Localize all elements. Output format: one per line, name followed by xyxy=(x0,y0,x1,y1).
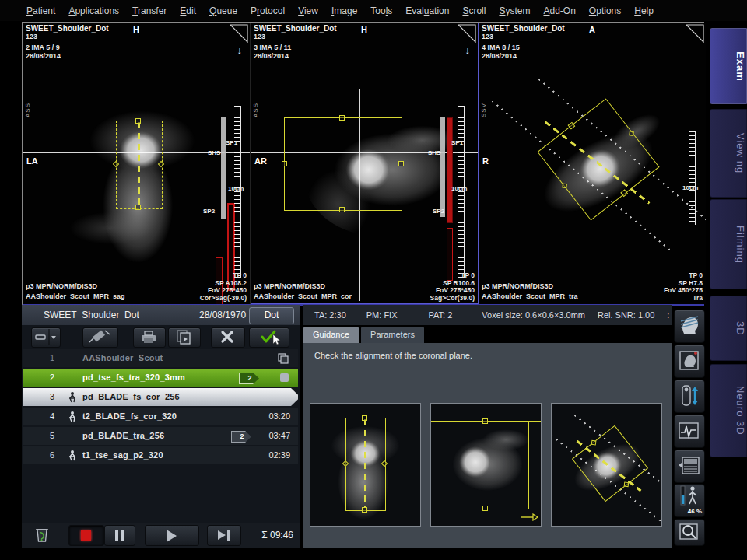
roi-handle-bottom[interactable] xyxy=(339,207,345,212)
roi-handle-right[interactable] xyxy=(398,161,404,166)
copy-reference-button[interactable] xyxy=(168,327,201,348)
roi-handle-top[interactable] xyxy=(568,122,576,130)
roi-handle-bottom[interactable] xyxy=(135,205,141,210)
queue-row-5[interactable]: 5 pd_BLADE_tra_256 2 03:47 xyxy=(23,427,298,445)
cancel-button[interactable] xyxy=(211,327,245,348)
image-zoom-button[interactable] xyxy=(674,519,705,546)
scroll-down-icon[interactable]: ↓ xyxy=(465,44,471,56)
orientation-top: H xyxy=(133,25,139,34)
tab-exam[interactable]: Exam xyxy=(710,28,747,104)
roi-handle-left[interactable] xyxy=(282,161,287,166)
tab-neuro3d[interactable]: Neuro 3D xyxy=(710,364,747,457)
menu-patient[interactable]: Patient xyxy=(26,5,55,16)
row-number: 6 xyxy=(47,450,58,460)
queue-row-1[interactable]: 1 AAShoulder_Scout xyxy=(23,349,298,367)
scroll-down-icon[interactable]: ↓ xyxy=(237,44,243,56)
menu-system[interactable]: System xyxy=(499,5,530,16)
viewport-transversal[interactable]: 10cm SWEET_Shoulder_Dot123 4 IMA 8 / 15 … xyxy=(479,23,706,304)
menu-help[interactable]: Help xyxy=(634,5,654,16)
thumb-handle-bottom xyxy=(482,506,488,511)
protocol-list-icon xyxy=(675,450,703,481)
play-button[interactable] xyxy=(145,525,199,546)
menu-options[interactable]: Options xyxy=(589,5,621,16)
menu-view[interactable]: View xyxy=(298,5,318,16)
coil-label: ASS xyxy=(24,103,31,117)
tab-guidance[interactable]: Guidance xyxy=(303,327,359,343)
roi-handle-top[interactable] xyxy=(339,115,345,121)
menu-protocol[interactable]: Protocol xyxy=(251,5,285,16)
thumb-roi xyxy=(444,421,529,509)
table-position-button[interactable] xyxy=(674,380,705,413)
tab-parameters[interactable]: Parameters xyxy=(361,327,424,343)
localizer-image-button[interactable] xyxy=(674,345,705,378)
menu-add-on[interactable]: Add-On xyxy=(543,5,575,16)
skip-icon-bar xyxy=(227,530,230,541)
tab-filming[interactable]: Filming xyxy=(710,199,747,289)
guidance-thumb-coronal[interactable] xyxy=(310,403,421,527)
export-button[interactable] xyxy=(133,327,166,348)
queue-row-4[interactable]: 4 t2_BLADE_fs_cor_320 03:20 xyxy=(23,408,298,425)
exam-queue-panel: 1 AAShoulder_Scout 2 pd_tse_fs_tra_320_3… xyxy=(22,325,300,548)
menu-image[interactable]: Image xyxy=(331,5,357,16)
slice-line[interactable] xyxy=(138,122,140,206)
sequence-name: t2_BLADE_fs_cor_320 xyxy=(82,411,177,421)
protocol-display-button[interactable] xyxy=(674,450,705,483)
menu-evaluation[interactable]: Evaluation xyxy=(405,5,449,16)
corner-triangle-icon[interactable] xyxy=(686,24,704,43)
viewport-sagittal[interactable]: SP1 SHS 10cm SP2 SWEET_Shoulder_Dot123 2… xyxy=(23,23,251,304)
ruler-length-label: 10cm xyxy=(682,184,698,191)
check-icon xyxy=(262,331,275,341)
roi-handle-left[interactable] xyxy=(562,184,567,189)
image-text-topleft: SWEET_Shoulder_Dot123 2 IMA 5 / 9 28/08/… xyxy=(26,24,109,61)
stop-button[interactable] xyxy=(68,525,104,546)
view-options-split-button[interactable] xyxy=(31,327,61,348)
patient-measure-icon xyxy=(67,391,78,403)
coil-label: ASS xyxy=(252,103,259,117)
pause-square-icon[interactable] xyxy=(280,373,289,382)
patient-measure-icon xyxy=(67,450,78,461)
menu-tools[interactable]: Tools xyxy=(370,5,392,16)
pause-button[interactable] xyxy=(104,525,135,546)
tab-viewing[interactable]: Viewing xyxy=(710,109,747,198)
guidance-thumb-transversal[interactable] xyxy=(551,403,662,527)
physio-display-button[interactable] xyxy=(674,415,705,448)
sar-value: 46 % xyxy=(688,508,702,515)
slice-position-button[interactable] xyxy=(674,310,705,343)
sar-monitor-button[interactable]: 46 % xyxy=(674,484,705,517)
close-icon xyxy=(212,328,243,345)
viewport-coronal[interactable]: SP1 SHS 10cm SP2 SWEET_Shoulder_Dot123 3… xyxy=(251,23,479,304)
corner-triangle-icon[interactable] xyxy=(230,24,248,43)
menu-scroll[interactable]: Scroll xyxy=(462,5,486,16)
menu-applications[interactable]: Applications xyxy=(68,5,119,16)
status-ta: TA: 2:30 xyxy=(314,310,346,320)
apply-button[interactable] xyxy=(249,327,289,348)
skip-button[interactable] xyxy=(207,525,241,546)
menu-transfer[interactable]: Transfer xyxy=(132,5,167,16)
row-number: 1 xyxy=(47,353,58,362)
image-text-bottomleft: p3 MPR/NORM/DIS3DAAShoulder_Scout_MPR_sa… xyxy=(26,282,125,302)
menu-edit[interactable]: Edit xyxy=(180,5,196,16)
status-pat: PAT: 2 xyxy=(429,310,453,320)
queue-row-3-selected[interactable]: 3 pd_BLADE_fs_cor_256 xyxy=(23,388,298,406)
image-text-bottomright: TP 0SP R100.6 FoV 275*450Sag>Cor(39.0) xyxy=(430,272,475,302)
roi-handle-right[interactable] xyxy=(629,131,634,136)
sequence-name: pd_tse_fs_tra_320_3mm xyxy=(82,373,185,382)
dot-button[interactable]: Dot xyxy=(249,307,294,324)
fov-roi[interactable] xyxy=(284,117,402,211)
contrast-injection-button[interactable] xyxy=(82,327,118,348)
thumb-handle-bottom xyxy=(362,507,367,513)
patient-dob: 28/08/1970 xyxy=(199,310,246,320)
corner-triangle-icon[interactable] xyxy=(458,24,476,43)
sequence-time: 03:47 xyxy=(268,431,290,440)
saturation-band-1[interactable] xyxy=(447,117,453,223)
tab-3d[interactable]: 3D xyxy=(710,296,747,361)
scale-ruler xyxy=(689,131,696,225)
guidance-thumb-sagittal[interactable] xyxy=(430,403,542,527)
queue-row-2-running[interactable]: 2 pd_tse_fs_tra_320_3mm 2 xyxy=(23,369,298,387)
copy-pages-icon xyxy=(169,328,198,345)
orientation-left: LA xyxy=(26,156,38,166)
recycle-bin-button[interactable] xyxy=(31,525,56,544)
menu-queue[interactable]: Queue xyxy=(209,5,237,16)
roi-handle-top[interactable] xyxy=(135,118,141,124)
queue-row-6[interactable]: 6 t1_tse_sag_p2_320 02:39 xyxy=(23,446,298,464)
